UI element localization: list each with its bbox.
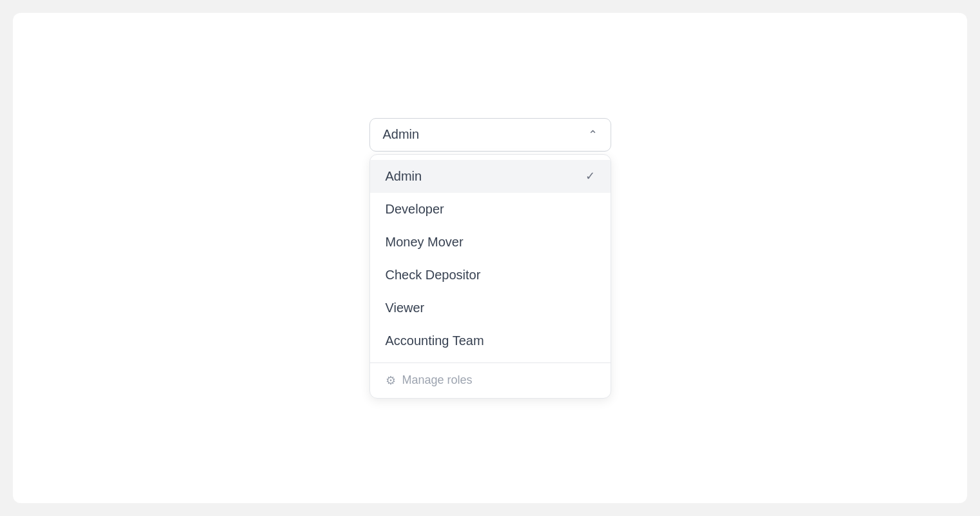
manage-roles-button[interactable]: ⚙ Manage roles [370, 363, 611, 398]
page-container: Admin ⌃ Admin ✓ Developer Money Mover [13, 13, 967, 503]
dropdown-item-label-admin: Admin [386, 169, 422, 184]
dropdown-item-money-mover[interactable]: Money Mover [370, 226, 611, 259]
dropdown-menu: Admin ✓ Developer Money Mover Check Depo… [369, 154, 611, 399]
role-dropdown-trigger[interactable]: Admin ⌃ [369, 118, 611, 152]
chevron-up-icon: ⌃ [588, 129, 598, 141]
gear-icon: ⚙ [386, 373, 396, 388]
dropdown-item-developer[interactable]: Developer [370, 193, 611, 226]
dropdown-item-viewer[interactable]: Viewer [370, 292, 611, 324]
dropdown-wrapper: Admin ⌃ Admin ✓ Developer Money Mover [369, 118, 611, 399]
dropdown-item-check-depositor[interactable]: Check Depositor [370, 259, 611, 292]
manage-roles-label: Manage roles [402, 373, 473, 387]
dropdown-item-label-developer: Developer [386, 202, 444, 217]
dropdown-item-admin[interactable]: Admin ✓ [370, 160, 611, 193]
dropdown-trigger-label: Admin [383, 127, 420, 142]
dropdown-item-label-accounting-team: Accounting Team [386, 333, 484, 348]
dropdown-items-list: Admin ✓ Developer Money Mover Check Depo… [370, 155, 611, 362]
dropdown-item-label-check-depositor: Check Depositor [386, 268, 481, 283]
dropdown-item-accounting-team[interactable]: Accounting Team [370, 324, 611, 357]
checkmark-icon-admin: ✓ [585, 169, 595, 183]
dropdown-item-label-viewer: Viewer [386, 301, 425, 315]
dropdown-item-label-money-mover: Money Mover [386, 235, 464, 250]
